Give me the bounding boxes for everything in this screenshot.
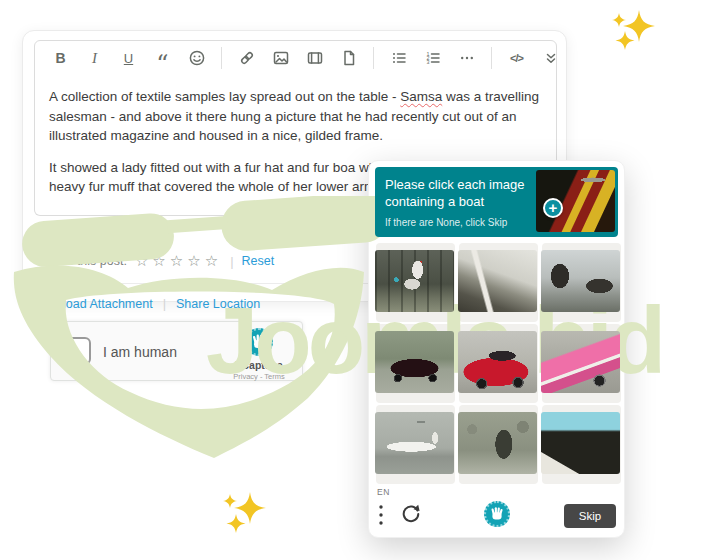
- underline-icon[interactable]: U: [113, 45, 144, 71]
- blockquote-icon[interactable]: “: [147, 45, 178, 71]
- challenge-header: Please click each image containing a boa…: [375, 167, 618, 237]
- sparkles-top-right-icon: [600, 4, 670, 64]
- grid-image-1[interactable]: [375, 250, 454, 312]
- misspelled-word: Samsa: [400, 89, 442, 104]
- file-icon[interactable]: [333, 45, 364, 71]
- grid-image-7[interactable]: [375, 412, 454, 474]
- collapse-chevrons-icon[interactable]: [535, 45, 566, 71]
- grid-image-9[interactable]: [541, 412, 620, 474]
- example-plus-icon: +: [543, 198, 563, 218]
- bold-icon[interactable]: B: [45, 45, 76, 71]
- i-am-human-label: I am human: [103, 344, 177, 360]
- screenshot-stage: B I U “ 123: [0, 0, 726, 560]
- upload-attachment-link[interactable]: Upload Attachment: [47, 297, 153, 311]
- hcaptcha-logo-icon: [245, 328, 273, 356]
- more-options-icon[interactable]: [451, 45, 482, 71]
- image-icon[interactable]: [265, 45, 296, 71]
- refresh-icon[interactable]: [400, 503, 422, 529]
- reset-rating-link[interactable]: Reset: [242, 254, 275, 268]
- share-location-link[interactable]: Share Location: [176, 297, 260, 311]
- star-icon: ☆: [205, 252, 222, 269]
- hcaptcha-checkbox-widget: I am human hCaptcha Privacy - Terms: [50, 321, 303, 381]
- sparkles-bottom-icon: [213, 488, 283, 548]
- grid-image-8[interactable]: [458, 412, 537, 474]
- hcaptcha-brand-text: hCaptcha: [226, 359, 292, 371]
- star-icon: ☆: [135, 252, 152, 269]
- star-icon: ☆: [170, 252, 187, 269]
- code-icon[interactable]: </>: [501, 45, 532, 71]
- challenge-subtitle: If there are None, click Skip: [385, 217, 507, 228]
- rating-row: Rate this post: ☆☆☆☆☆ | Reset: [47, 252, 274, 270]
- toolbar-divider: [221, 47, 222, 69]
- grid-image-4[interactable]: [375, 331, 454, 393]
- challenge-title: Please click each image containing a boa…: [385, 177, 535, 211]
- language-indicator[interactable]: EN: [377, 487, 390, 497]
- editor-footer-actions: Upload Attachment | Share Location: [47, 296, 260, 311]
- svg-text:3: 3: [426, 59, 429, 65]
- grid-image-2[interactable]: [458, 250, 537, 312]
- menu-kebab-icon[interactable]: [378, 504, 384, 530]
- italic-icon[interactable]: I: [79, 45, 110, 71]
- divider: |: [230, 254, 233, 269]
- star-icon: ☆: [152, 252, 169, 269]
- bullet-list-icon[interactable]: [383, 45, 414, 71]
- link-icon[interactable]: [231, 45, 262, 71]
- emoji-icon[interactable]: [181, 45, 212, 71]
- hcaptcha-challenge-popup: Please click each image containing a boa…: [368, 160, 625, 538]
- star-icon: ☆: [187, 252, 204, 269]
- privacy-terms-links[interactable]: Privacy - Terms: [226, 372, 292, 381]
- rating-stars[interactable]: ☆☆☆☆☆: [135, 252, 222, 270]
- grid-image-3[interactable]: [541, 250, 620, 312]
- editor-toolbar: B I U “ 123: [34, 40, 557, 76]
- video-icon[interactable]: [299, 45, 330, 71]
- skip-button[interactable]: Skip: [564, 504, 616, 528]
- hcaptcha-logo-icon[interactable]: [484, 501, 510, 527]
- grid-image-5[interactable]: [458, 331, 537, 393]
- divider: |: [163, 296, 166, 311]
- rate-label: Rate this post:: [47, 254, 127, 268]
- toolbar-divider: [491, 47, 492, 69]
- toolbar-divider: [373, 47, 374, 69]
- ordered-list-icon[interactable]: 123: [417, 45, 448, 71]
- hcaptcha-branding: hCaptcha Privacy - Terms: [226, 328, 292, 381]
- i-am-human-checkbox[interactable]: [63, 337, 91, 365]
- paragraph-1: A collection of textile samples lay spre…: [49, 87, 542, 146]
- grid-image-6[interactable]: [541, 331, 620, 393]
